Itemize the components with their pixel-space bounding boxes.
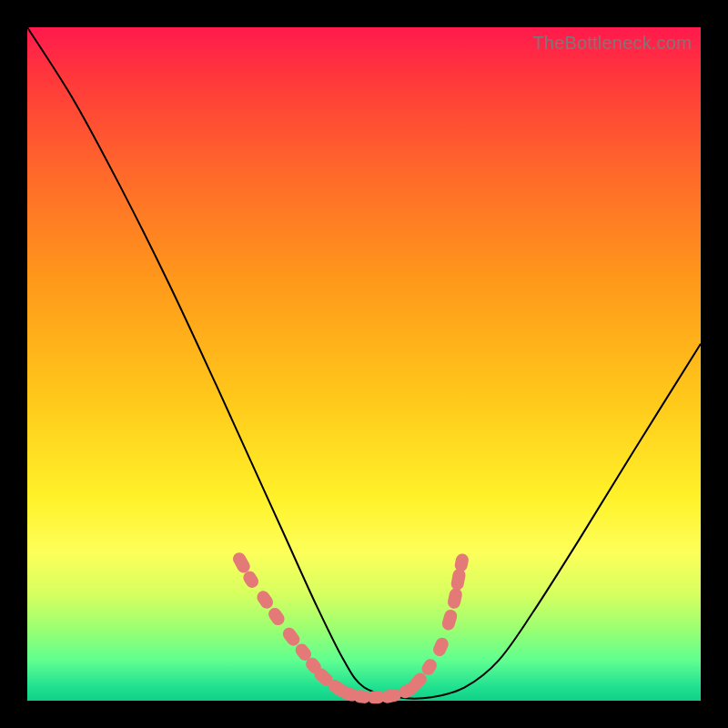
- bottleneck-curve: [27, 27, 701, 699]
- chart-svg: [27, 27, 701, 701]
- valley-blobs-group: [230, 551, 470, 704]
- valley-blob: [255, 589, 276, 612]
- valley-blob: [447, 587, 463, 610]
- valley-blob: [379, 688, 402, 704]
- valley-blob: [440, 608, 459, 632]
- chart-frame: TheBottleneck.com: [27, 27, 701, 701]
- valley-blob: [431, 635, 450, 658]
- valley-blob: [266, 605, 287, 628]
- valley-blob: [450, 568, 467, 592]
